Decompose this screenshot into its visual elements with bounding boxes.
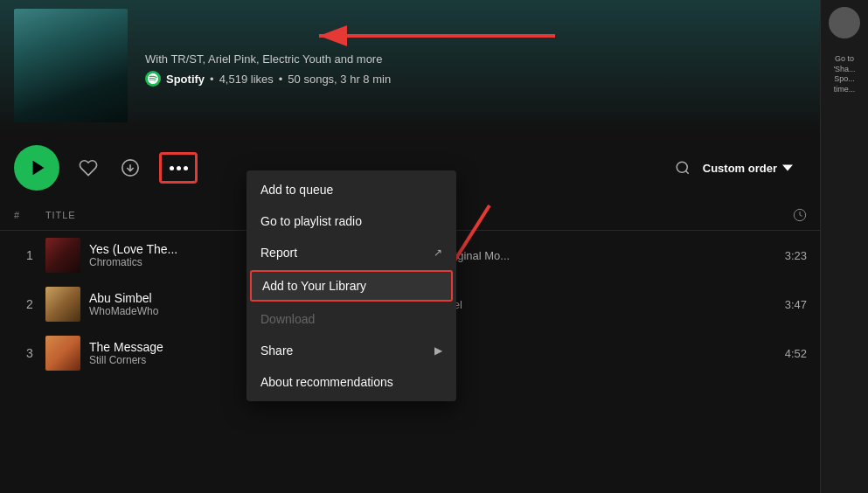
track-artist: WhoMadeWho xyxy=(89,305,158,317)
sidebar-text: Go to 'Sha... Spo... time... xyxy=(821,49,868,101)
menu-item-label: Share xyxy=(260,344,293,358)
track-thumbnail xyxy=(45,238,80,273)
menu-item-label: Add to Your Library xyxy=(262,279,366,293)
external-link-icon: ↗ xyxy=(434,246,442,259)
play-button[interactable] xyxy=(14,145,59,191)
track-thumbnail xyxy=(45,287,80,322)
bullet-1: • xyxy=(210,73,214,86)
track-duration: 3:47 xyxy=(763,298,807,311)
menu-item-add-to-library[interactable]: Add to Your Library xyxy=(250,270,453,302)
svg-marker-0 xyxy=(32,161,44,176)
sidebar-avatar xyxy=(829,7,860,38)
spotify-logo xyxy=(145,71,161,87)
track-artist: Still Corners xyxy=(89,354,163,366)
svg-line-4 xyxy=(685,170,688,173)
sidebar-panel: Go to 'Sha... Spo... time... xyxy=(820,0,868,493)
track-text: The Message Still Corners xyxy=(89,340,163,366)
songs-count: 50 songs, 3 hr 8 min xyxy=(288,73,391,86)
track-text: Abu Simbel WhoMadeWho xyxy=(89,291,158,317)
controls-right: Custom order xyxy=(675,160,854,176)
album-art xyxy=(14,9,128,122)
col-num-header: # xyxy=(14,210,45,220)
track-number: 3 xyxy=(14,346,45,360)
track-text: Yes (Love The... Chromatics xyxy=(89,242,177,268)
menu-item-playlist-radio[interactable]: Go to playlist radio xyxy=(247,205,456,237)
context-menu: Add to queue Go to playlist radio Report… xyxy=(247,170,456,401)
more-options-wrapper xyxy=(159,152,198,184)
track-duration: 3:23 xyxy=(763,249,807,262)
col-album-header: ALBUM xyxy=(405,210,764,220)
dots-icon xyxy=(170,166,188,170)
menu-item-label: Report xyxy=(260,246,297,260)
track-name: The Message xyxy=(89,340,163,354)
track-duration: 4:52 xyxy=(763,347,807,360)
track-thumbnail xyxy=(45,336,80,371)
header-area: With TR/ST, Ariel Pink, Electric Youth a… xyxy=(0,0,868,131)
track-name: Yes (Love The... xyxy=(89,242,177,256)
track-number: 1 xyxy=(14,248,45,262)
track-artist: Chromatics xyxy=(89,256,177,268)
menu-item-add-to-queue[interactable]: Add to queue xyxy=(247,174,456,205)
menu-item-label: Add to queue xyxy=(260,183,333,197)
track-album: Abu Simbel xyxy=(405,298,764,311)
track-album: ost...er Original Mo... xyxy=(405,249,764,262)
likes-count: 4,519 likes xyxy=(219,73,274,86)
header-subtitle: With TR/ST, Ariel Pink, Electric Youth a… xyxy=(145,52,391,66)
like-button[interactable] xyxy=(75,155,101,181)
track-number: 2 xyxy=(14,297,45,311)
svg-point-3 xyxy=(677,162,687,172)
svg-marker-5 xyxy=(782,164,793,170)
menu-item-report[interactable]: Report ↗ xyxy=(247,237,456,268)
custom-order-button[interactable]: Custom order xyxy=(703,162,793,175)
menu-item-about-recommendations[interactable]: About recommendations xyxy=(247,366,456,398)
header-meta: Spotify • 4,519 likes • 50 songs, 3 hr 8… xyxy=(145,71,391,87)
header-info: With TR/ST, Ariel Pink, Electric Youth a… xyxy=(128,9,391,87)
more-options-button[interactable] xyxy=(159,152,198,184)
menu-item-label: Go to playlist radio xyxy=(260,214,362,228)
download-button[interactable] xyxy=(117,155,143,181)
track-album: Slow Air xyxy=(405,347,764,360)
menu-item-label: Download xyxy=(260,312,315,326)
col-time-icon xyxy=(763,208,807,222)
search-button[interactable] xyxy=(675,160,691,176)
track-name: Abu Simbel xyxy=(89,291,158,305)
custom-order-label: Custom order xyxy=(703,162,777,175)
menu-item-label: About recommendations xyxy=(260,375,393,389)
chevron-right-icon: ▶ xyxy=(434,344,442,357)
brand-name: Spotify xyxy=(166,73,205,86)
bullet-2: • xyxy=(279,73,283,86)
menu-item-share[interactable]: Share ▶ xyxy=(247,335,456,366)
menu-item-download: Download xyxy=(247,303,456,335)
